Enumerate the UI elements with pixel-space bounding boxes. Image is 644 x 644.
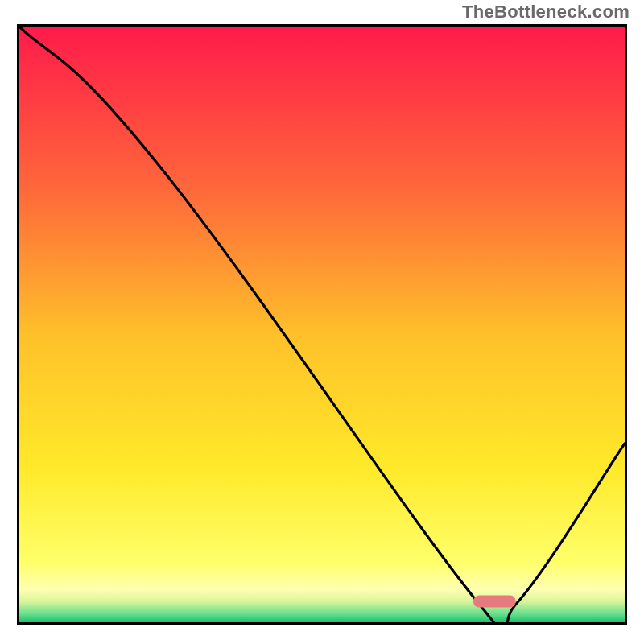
- plot-inner: [19, 27, 625, 622]
- chart-container: TheBottleneck.com: [0, 0, 644, 644]
- optimal-marker: [19, 27, 625, 622]
- svg-rect-1: [473, 596, 516, 608]
- plot-area: [17, 24, 627, 625]
- watermark-text: TheBottleneck.com: [462, 2, 630, 23]
